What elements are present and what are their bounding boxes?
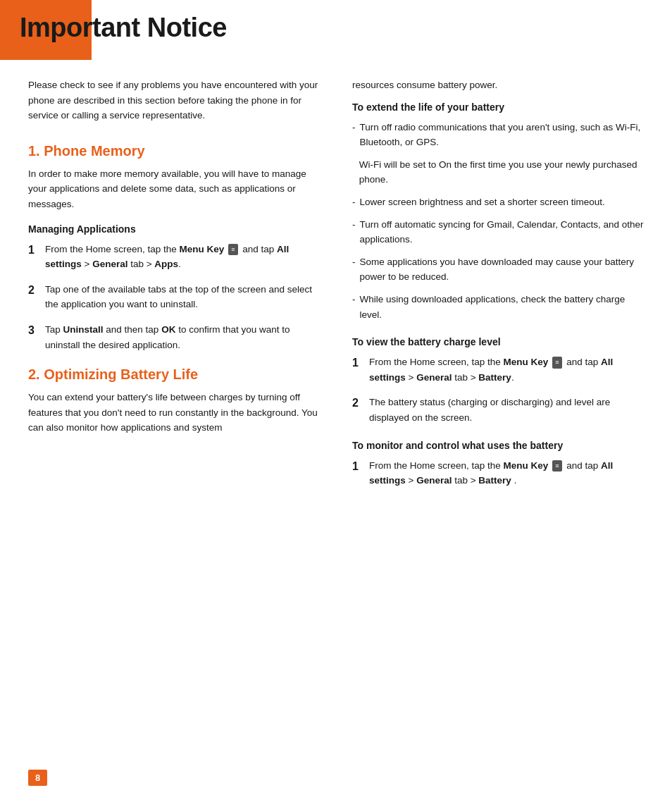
bullet-3-text: Turn off automatic syncing for Gmail, Ca…: [360, 217, 645, 247]
bullet-1-text: Turn off radio communications that you a…: [360, 120, 645, 150]
bullet-2: - Lower screen brightness and set a shor…: [352, 195, 644, 210]
step-2-content: Tap one of the available tabs at the top…: [45, 282, 324, 312]
step-1: 1 From the Home screen, tap the Menu Key…: [28, 242, 324, 272]
page-container: Important Notice Please check to see if …: [0, 0, 672, 807]
monitor-battery-heading: To monitor and control what uses the bat…: [352, 440, 644, 451]
dash-3: -: [352, 217, 356, 233]
bullet-4-text: Some applications you have downloaded ma…: [360, 254, 645, 285]
bullet-2-text: Lower screen brightness and set a shorte…: [360, 195, 605, 210]
dash-5: -: [352, 292, 356, 307]
step-2: 2 Tap one of the available tabs at the t…: [28, 282, 324, 312]
right-column: resources consume battery power. To exte…: [352, 78, 644, 503]
bullet-4: - Some applications you have downloaded …: [352, 254, 644, 285]
page-title: Important Notice: [20, 13, 227, 43]
dash-note: [352, 157, 355, 173]
view-step-2: 2 The battery status (charging or discha…: [352, 395, 644, 425]
view-step-number-2: 2: [352, 395, 363, 412]
section2-body: You can extend your battery's life betwe…: [28, 390, 324, 436]
view-step-2-content: The battery status (charging or discharg…: [369, 395, 644, 425]
managing-apps-heading: Managing Applications: [28, 223, 324, 235]
page-number: 8: [28, 770, 47, 786]
dash-2: -: [352, 195, 356, 210]
extend-battery-heading: To extend the life of your battery: [352, 101, 644, 113]
menu-key-icon: ≡: [228, 244, 238, 255]
section-battery-life: 2. Optimizing Battery Life You can exten…: [28, 366, 324, 436]
step-number-1: 1: [28, 242, 39, 259]
left-column: Please check to see if any problems you …: [28, 78, 324, 503]
view-step-1-content: From the Home screen, tap the Menu Key ≡…: [369, 355, 644, 385]
content-area: Please check to see if any problems you …: [0, 0, 672, 503]
step-number-3: 3: [28, 322, 39, 339]
subsection-view-battery: To view the battery charge level 1 From …: [352, 336, 644, 425]
view-step-1: 1 From the Home screen, tap the Menu Key…: [352, 355, 644, 385]
view-battery-heading: To view the battery charge level: [352, 336, 644, 347]
section2-heading: 2. Optimizing Battery Life: [28, 366, 324, 383]
view-step-number-1: 1: [352, 355, 363, 371]
bullet-5: - While using downloaded applications, c…: [352, 292, 644, 322]
dash-1: -: [352, 120, 356, 135]
right-intro: resources consume battery power.: [352, 78, 644, 93]
monitor-step-1-content: From the Home screen, tap the Menu Key ≡…: [369, 458, 644, 488]
menu-key-icon-3: ≡: [552, 460, 562, 472]
bullet-1: - Turn off radio communications that you…: [352, 120, 644, 150]
bullet-5-text: While using downloaded applications, che…: [360, 292, 645, 322]
section1-body: In order to make more memory available, …: [28, 166, 324, 212]
subsection-monitor-battery: To monitor and control what uses the bat…: [352, 440, 644, 488]
step-number-2: 2: [28, 282, 39, 299]
menu-key-icon-2: ≡: [552, 357, 562, 368]
step-3-content: Tap Uninstall and then tap OK to confirm…: [45, 322, 324, 352]
monitor-step-number-1: 1: [352, 458, 363, 475]
bullet-3: - Turn off automatic syncing for Gmail, …: [352, 217, 644, 247]
view-battery-steps: 1 From the Home screen, tap the Menu Key…: [352, 355, 644, 425]
intro-paragraph: Please check to see if any problems you …: [28, 78, 324, 123]
section-phone-memory: 1. Phone Memory In order to make more me…: [28, 143, 324, 352]
monitor-battery-steps: 1 From the Home screen, tap the Menu Key…: [352, 458, 644, 488]
extend-battery-list: - Turn off radio communications that you…: [352, 120, 644, 323]
section1-heading: 1. Phone Memory: [28, 143, 324, 159]
step-3: 3 Tap Uninstall and then tap OK to confi…: [28, 322, 324, 352]
step-1-content: From the Home screen, tap the Menu Key ≡…: [45, 242, 324, 272]
subsection-extend-battery: To extend the life of your battery - Tur…: [352, 101, 644, 323]
dash-4: -: [352, 254, 356, 270]
bullet-note-text: Wi-Fi will be set to On the first time y…: [359, 157, 644, 187]
monitor-step-1: 1 From the Home screen, tap the Menu Key…: [352, 458, 644, 488]
managing-apps-steps: 1 From the Home screen, tap the Menu Key…: [28, 242, 324, 353]
bullet-note-wifi: Wi-Fi will be set to On the first time y…: [352, 157, 644, 187]
